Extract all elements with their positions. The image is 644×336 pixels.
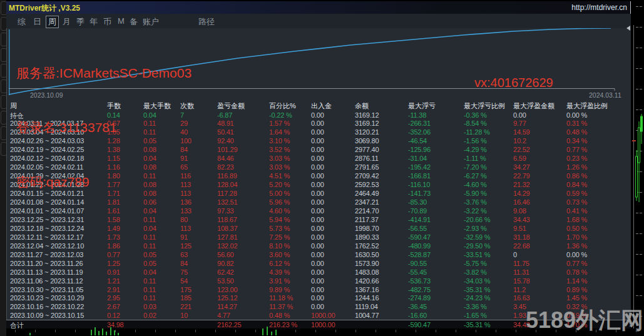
- menu-item-备[interactable]: 备: [130, 16, 138, 28]
- website-link[interactable]: http://mtdriver.cn: [571, 3, 627, 12]
- table-cell: 1.57 %: [269, 120, 290, 127]
- table-cell: 4.39 %: [269, 268, 290, 276]
- table-cell: 0.59 %: [566, 190, 587, 197]
- table-cell: 11.31: [513, 268, 529, 276]
- table-cell: -266.31: [408, 120, 431, 127]
- table-cell: 2023.11.06 ~ 2023.11.12: [10, 277, 83, 285]
- chart-end-date: 2024.03.11: [589, 91, 621, 99]
- table-row[interactable]: 2023.12.25 ~ 2023.12.311.580.1180118.675…: [6, 215, 631, 224]
- table-cell: -35.31 %: [464, 321, 490, 328]
- time-axis-tick: [255, 330, 256, 332]
- menu-item-月[interactable]: 月: [63, 16, 71, 28]
- table-cell: 9.77: [513, 120, 526, 127]
- volume-bar: [98, 331, 100, 335]
- table-row[interactable]: 2023.10.30 ~ 2023.11.052.910.11175123.00…: [6, 285, 631, 294]
- table-row[interactable]: 2023.12.04 ~ 2023.12.101.860.11125132.02…: [6, 242, 631, 250]
- table-row[interactable]: 2023.11.06 ~ 2023.11.121.210.115453.503.…: [6, 277, 631, 285]
- table-cell: -55.45: [408, 268, 427, 276]
- table-cell: 0.50 %: [566, 225, 587, 232]
- table-row[interactable]: 2023.12.18 ~ 2023.12.241.490.04113108.37…: [6, 224, 631, 233]
- menu-item-账户[interactable]: 账户: [143, 16, 159, 28]
- table-cell: 2162.25: [217, 321, 241, 328]
- table-cell: 1998.70: [355, 225, 379, 232]
- table-cell: 0.77 %: [566, 260, 587, 267]
- table-cell: 0: [513, 251, 517, 258]
- table-row[interactable]: 2023.12.11 ~ 2023.12.171.730.1191127.817…: [6, 233, 631, 242]
- menu-item-季[interactable]: 季: [76, 16, 84, 28]
- table-cell: -528.87: [408, 251, 431, 258]
- table-cell: 1.86: [107, 242, 120, 250]
- time-axis-tick: [335, 330, 336, 332]
- table-row[interactable]: 2023.11.20 ~ 2023.11.261.250.058490.826.…: [6, 259, 631, 268]
- table-row[interactable]: 2023.10.23 ~ 2023.10.292.950.11185125.12…: [6, 293, 631, 302]
- column-header: 盈亏金额: [217, 101, 245, 111]
- table-cell: -482.75: [408, 286, 431, 293]
- watermark: 5189外汇网: [526, 305, 643, 336]
- menu-item-周[interactable]: 周: [46, 16, 59, 28]
- table-cell: -0.36 %: [464, 111, 487, 119]
- table-cell: 1.26 %: [566, 163, 587, 171]
- table-cell: 11.75: [513, 260, 529, 267]
- table-cell: 0.04: [143, 268, 156, 276]
- menu-item-币[interactable]: 币: [103, 16, 111, 28]
- column-header: 最大浮盈金额: [513, 101, 555, 111]
- table-cell: 3.03 %: [269, 155, 290, 162]
- password-label: 密码:qaz789: [16, 173, 192, 191]
- table-row[interactable]: 2023.11.13 ~ 2023.11.190.910.047562.424.…: [6, 268, 631, 277]
- time-axis-tick: [135, 330, 136, 332]
- table-cell: 2464.49: [355, 190, 379, 197]
- volume-bar: [275, 330, 277, 335]
- price-scale-tick: [636, 27, 638, 28]
- table-cell: 10: [180, 312, 188, 319]
- table-cell: -590.47: [408, 233, 431, 241]
- table-cell: 0.00 %: [566, 111, 587, 119]
- price-scale-tick: [640, 254, 642, 255]
- table-cell: 10.2: [513, 137, 526, 145]
- time-axis-tick: [456, 330, 456, 332]
- menu-item-路径[interactable]: 路径: [198, 16, 215, 28]
- table-cell: 53.50: [217, 277, 234, 285]
- time-axis-tick: [436, 330, 436, 332]
- table-cell: 84.46: [217, 155, 234, 162]
- table-cell: 101.29: [217, 146, 237, 153]
- table-cell: 0.00: [311, 242, 324, 250]
- table-cell: 56.60: [217, 251, 234, 258]
- table-cell: -1.11 %: [464, 155, 486, 162]
- table-cell: 0.00: [311, 155, 324, 162]
- menu-item-M[interactable]: M: [118, 16, 125, 26]
- table-cell: 14.59: [513, 128, 530, 136]
- volume-bar: [271, 332, 272, 335]
- table-cell: 4.60 %: [269, 207, 290, 215]
- table-cell: 123.00: [217, 286, 237, 293]
- table-cell: 2023.11.13 ~ 2023.11.19: [10, 268, 83, 276]
- table-cell: 1.21: [107, 277, 120, 285]
- table-row[interactable]: 2023.11.27 ~ 2023.12.030.770.056356.603.…: [6, 250, 631, 259]
- background-toolbar-strip: [0, 0, 6, 336]
- table-cell: -90.55: [408, 260, 427, 267]
- table-cell: -70.89: [408, 207, 427, 215]
- table-cell: 22.79: [513, 172, 530, 180]
- table-cell: -166.81: [408, 172, 431, 180]
- scroll-arrow-icon[interactable]: [626, 26, 630, 31]
- price-scale-tick: [636, 89, 638, 89]
- table-cell: 6.12 %: [269, 260, 290, 267]
- table-cell: 80: [180, 216, 188, 223]
- menu-item-综[interactable]: 综: [18, 16, 26, 28]
- menu-item-日[interactable]: 日: [33, 16, 41, 28]
- table-cell: 1.73: [107, 233, 120, 241]
- table-cell: -24.23 %: [464, 294, 490, 302]
- menu-item-年[interactable]: 年: [89, 16, 98, 28]
- table-cell: 1.68 %: [566, 216, 587, 223]
- table-cell: 0.00: [311, 181, 324, 188]
- table-cell: 0.00: [311, 190, 324, 197]
- table-cell: -116.10: [408, 181, 430, 188]
- table-cell: -5.75 %: [464, 260, 487, 267]
- table-cell: 0.00: [311, 120, 324, 127]
- table-cell: 5.00 %: [269, 190, 290, 197]
- time-axis-tick: [235, 330, 236, 332]
- table-cell: -8.54 %: [464, 120, 487, 127]
- table-cell: 2023.12.18 ~ 2023.12.24: [10, 225, 84, 232]
- table-cell: -1.65 %: [464, 312, 487, 319]
- table-cell: 0.00: [311, 172, 324, 180]
- time-axis-tick: [15, 330, 16, 332]
